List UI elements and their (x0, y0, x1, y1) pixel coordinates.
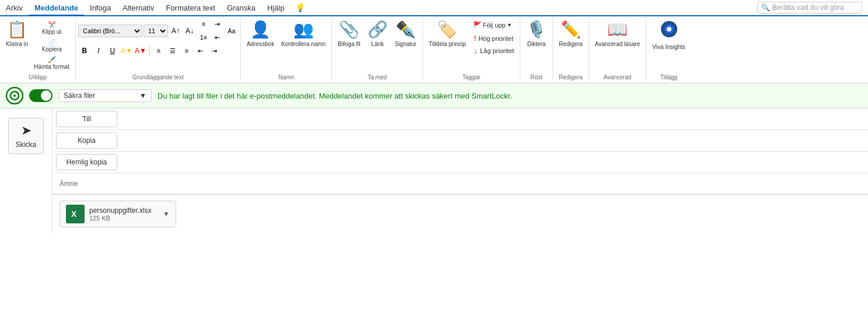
ribbon-group-names: 👤 Adressbok 👥 Kontrollera namn Namn (241, 17, 332, 82)
voice-label: Röst (520, 74, 552, 80)
assign-policy-button[interactable]: 🏷️ Tilldela princip (425, 17, 470, 50)
menu-formatera[interactable]: Formatera text (160, 1, 221, 15)
attachment-chevron: ▼ (163, 210, 170, 218)
align-center-button[interactable]: ☰ (166, 44, 179, 57)
cut-button[interactable]: ✂️ Klipp ut (32, 20, 72, 36)
menu-arkiv[interactable]: Arkiv (0, 1, 29, 15)
basic-text-label: Grundläggande text (76, 74, 240, 80)
ribbon-search[interactable]: 🔍 Berätta vad du vill göra (757, 2, 862, 13)
high-priority-icon: ! (474, 34, 477, 43)
high-priority-button[interactable]: ! Hög prioritet (472, 33, 517, 44)
underline-button[interactable]: U (106, 44, 119, 57)
ribbon-group-voice: 🎙️ Diktera Röst (520, 17, 553, 82)
bold-button[interactable]: B (78, 44, 91, 57)
addins-label: Tillägg (646, 74, 691, 80)
immersive-reader-button[interactable]: 📖 Avancerad läsare (592, 17, 644, 50)
ribbon-group-include: 📎 Bifoga fil 🔗 Länk ✒️ Signatur Ta med (332, 17, 423, 82)
font-size-select[interactable]: 11 (144, 24, 168, 37)
to-button[interactable]: Till (56, 111, 117, 127)
cc-field-row: Kopia (52, 130, 868, 152)
smartlockr-message: Du har lagt till filer i det här e-postm… (158, 92, 512, 100)
ribbon-group-edit: ✏️ Redigera Redigera (553, 17, 589, 82)
flag-icon: 🚩 (473, 21, 482, 29)
menu-hjalp[interactable]: Hjälp (261, 1, 290, 15)
copy-button[interactable]: 📄 Kopiera (32, 37, 72, 54)
italic-button[interactable]: I (92, 44, 105, 57)
attach-file-icon: 📎 (339, 20, 359, 40)
indent-less-button[interactable]: ⇤ (211, 31, 224, 44)
smartlockr-logo (6, 87, 23, 104)
highlight-button[interactable]: A▼ (120, 44, 133, 57)
align-left-button[interactable]: ≡ (152, 44, 165, 57)
link-button[interactable]: 🔗 Länk (364, 17, 391, 50)
viva-insights-button[interactable]: Viva Insights (649, 17, 689, 53)
menu-infoga[interactable]: Infoga (84, 1, 117, 15)
format-painter-button[interactable]: 🖌️ Hämta format (32, 55, 72, 71)
signature-button[interactable]: ✒️ Signatur (391, 17, 420, 50)
fields-area: Till Kopia Hemlig kopia Ämne X (52, 108, 868, 233)
editor-icon: ✏️ (561, 20, 581, 40)
send-icon: ➤ (21, 123, 32, 138)
bcc-button[interactable]: Hemlig kopia (56, 154, 117, 170)
secure-dropdown[interactable]: Säkra filer ▼ (58, 89, 152, 102)
menu-meddelande[interactable]: Meddelande (29, 1, 84, 16)
align-right-button[interactable]: ≡ (180, 44, 193, 57)
toggle-knob (41, 90, 51, 101)
attachment-item[interactable]: X personuppgifter.xlsx 125 KB ▼ (60, 201, 176, 227)
smartlockr-bar: Säkra filer ▼ Du har lagt till filer i d… (0, 83, 868, 108)
secure-dropdown-label: Säkra filer (64, 92, 95, 100)
secure-toggle[interactable] (29, 89, 52, 102)
ribbon-group-addins: Viva Insights Tillägg (646, 17, 691, 82)
menu-alternativ[interactable]: Alternativ (117, 1, 160, 15)
decrease-indent-button[interactable]: ⇤ (194, 44, 207, 57)
cc-input[interactable] (121, 134, 868, 148)
svg-point-5 (13, 94, 16, 97)
bcc-input[interactable] (121, 156, 868, 169)
viva-insights-icon (660, 20, 678, 43)
advanced-label: Avancerad (589, 74, 646, 80)
excel-icon: X (66, 205, 85, 223)
ribbon-group-text: Calibri (Brö... 11 A↑ A↓ ≡ 1≡ ⇥ ⇤ Aa B (76, 17, 241, 82)
to-input[interactable] (121, 113, 868, 126)
low-priority-button[interactable]: ↓ Låg prioritet (472, 45, 517, 56)
compose-area: ➤ Skicka Till Kopia Hemlig kopia Ämne (0, 108, 868, 233)
low-priority-icon: ↓ (474, 46, 478, 55)
to-field-row: Till (52, 108, 868, 130)
menu-granska[interactable]: Granska (221, 1, 261, 15)
send-button[interactable]: ➤ Skicka (8, 118, 44, 154)
address-book-button[interactable]: 👤 Adressbok (243, 17, 278, 50)
search-icon: 🔍 (761, 3, 770, 12)
increase-indent-button[interactable]: ⇥ (208, 44, 221, 57)
send-label: Skicka (16, 141, 36, 149)
bcc-field-row: Hemlig kopia (52, 152, 868, 173)
attach-file-button[interactable]: 📎 Bifoga fil (334, 17, 363, 50)
check-names-icon: 👥 (293, 20, 314, 40)
names-label: Namn (241, 74, 331, 80)
format-painter-icon: 🖌️ (48, 56, 56, 64)
grow-font-button[interactable]: A↑ (169, 24, 182, 37)
check-names-button[interactable]: 👥 Kontrollera namn (278, 17, 329, 50)
cc-button[interactable]: Kopia (56, 132, 117, 149)
shrink-font-button[interactable]: A↓ (183, 24, 196, 37)
indent-more-button[interactable]: ⇥ (211, 17, 224, 30)
attachment-info: personuppgifter.xlsx 125 KB (89, 206, 152, 222)
lightbulb-icon: 💡 (295, 3, 305, 12)
bullets-button[interactable]: ≡ (197, 17, 210, 30)
edit-label: Redigera (553, 74, 589, 80)
font-color-button[interactable]: A▼ (134, 44, 147, 57)
send-button-area: ➤ Skicka (0, 108, 52, 233)
paste-icon: 📋 (7, 20, 27, 40)
assign-policy-icon: 🏷️ (437, 20, 457, 40)
paste-button[interactable]: 📋 Klistra in (2, 17, 32, 50)
dictate-button[interactable]: 🎙️ Diktera (523, 17, 550, 50)
microphone-icon: 🎙️ (526, 20, 547, 40)
subject-input[interactable] (93, 177, 861, 190)
editor-button[interactable]: ✏️ Redigera (555, 17, 586, 50)
link-icon: 🔗 (368, 20, 388, 40)
ribbon: 📋 Klistra in ✂️ Klipp ut 📄 Kopiera 🖌️ Hä… (0, 16, 868, 83)
font-family-select[interactable]: Calibri (Brö... (78, 24, 142, 37)
copy-icon: 📄 (48, 38, 56, 46)
follow-up-button[interactable]: 🚩 Följ upp ▼ (471, 20, 518, 30)
numbering-button[interactable]: 1≡ (197, 31, 210, 44)
clear-format-button[interactable]: Aa (225, 24, 238, 37)
